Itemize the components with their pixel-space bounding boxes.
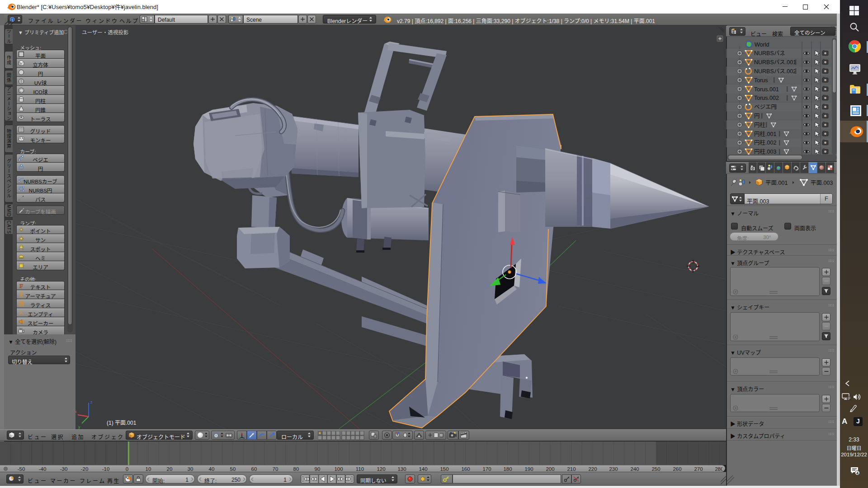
svg-text:NURBSパス.002: NURBSパス.002 [754,68,796,75]
svg-text:40: 40 [209,466,215,472]
svg-text:-30: -30 [60,466,68,472]
svg-text:20: 20 [167,466,173,472]
svg-text:210: 210 [567,466,576,472]
svg-text:-10: -10 [102,466,110,472]
svg-text:Torus: Torus [754,77,768,84]
svg-text:10: 10 [146,466,151,472]
svg-text:0: 0 [126,466,128,472]
svg-text:4: 4 [856,471,859,475]
svg-text:160: 160 [461,466,470,472]
svg-text:220: 220 [588,466,597,472]
svg-text:130: 130 [397,466,406,472]
svg-text:190: 190 [524,466,533,472]
svg-text:270: 270 [694,466,703,472]
svg-text:円柱.001: 円柱.001 [754,131,776,137]
svg-text:180: 180 [503,466,512,472]
svg-text:ユーザー・透視投影: ユーザー・透視投影 [82,29,129,35]
svg-text:(1) 平面.001: (1) 平面.001 [107,420,137,426]
svg-text:円: 円 [754,113,760,119]
svg-text:円柱.002: 円柱.002 [754,139,776,146]
svg-text:240: 240 [630,466,639,472]
svg-text:Torus.002: Torus.002 [754,95,779,101]
svg-text:円柱: 円柱 [754,122,765,128]
svg-text:50: 50 [230,466,236,472]
svg-text:z: z [90,400,93,404]
svg-text:y: y [78,425,80,429]
svg-text:230: 230 [609,466,618,472]
svg-text:70: 70 [273,466,278,472]
svg-text:150: 150 [440,466,448,472]
svg-text:250: 250 [651,466,660,472]
svg-text:Torus.001: Torus.001 [754,86,779,93]
svg-text:World: World [755,42,769,48]
svg-text:200: 200 [546,466,554,472]
svg-text:60: 60 [251,466,257,472]
svg-text:NURBSパス.001: NURBSパス.001 [754,59,796,66]
svg-text:140: 140 [419,466,427,472]
svg-text:平面.003: 平面.003 [811,180,833,186]
svg-text:-20: -20 [81,466,89,472]
svg-text:80: 80 [293,466,299,472]
svg-text:ベジエ円: ベジエ円 [754,104,777,110]
svg-text:平面.001: 平面.001 [765,180,788,186]
svg-text:-40: -40 [39,466,47,472]
svg-text:-50: -50 [18,466,25,472]
svg-text:280: 280 [715,466,722,472]
svg-text:260: 260 [673,466,681,472]
svg-text:NURBSパス: NURBSパス [754,50,785,56]
svg-text:170: 170 [482,466,491,472]
svg-text:110: 110 [356,466,364,472]
svg-text:100: 100 [334,466,343,472]
svg-text:90: 90 [315,466,321,472]
svg-text:120: 120 [377,466,385,472]
svg-text:30: 30 [188,466,193,472]
svg-text:円柱.003: 円柱.003 [754,148,776,155]
